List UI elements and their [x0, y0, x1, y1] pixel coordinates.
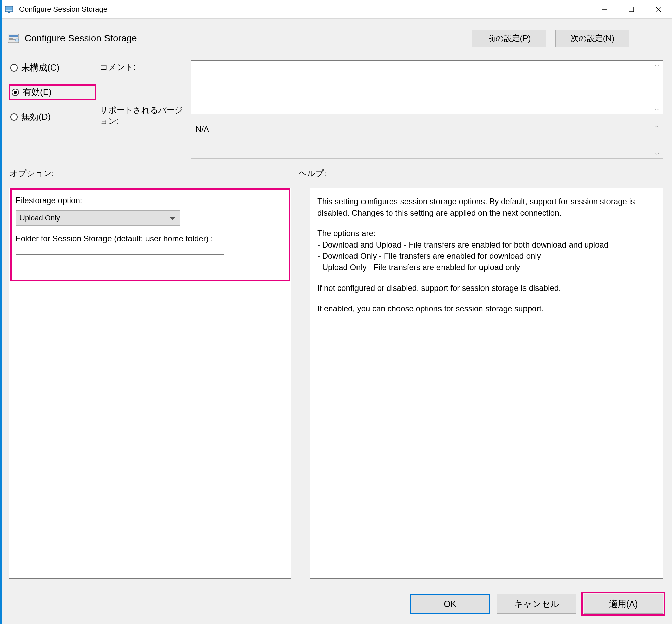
radio-enabled[interactable]: 有効(E): [9, 84, 96, 100]
filestorage-label: Filestorage option:: [16, 195, 284, 206]
textarea-scroll-icons: ︿ ﹀: [652, 62, 661, 112]
radio-icon: [12, 89, 19, 96]
svg-rect-1: [6, 7, 12, 10]
minimize-button[interactable]: [591, 0, 618, 19]
filestorage-select[interactable]: Upload Only: [16, 210, 180, 226]
help-text: - Download Only - File transfers are ena…: [317, 250, 656, 262]
supported-value: N/A: [196, 125, 209, 134]
options-highlight: Filestorage option: Upload Only Folder f…: [10, 188, 290, 281]
radio-icon: [10, 64, 18, 72]
prev-setting-button[interactable]: 前の設定(P): [472, 30, 546, 47]
radio-icon: [10, 113, 18, 121]
comment-label: コメント:: [100, 62, 187, 73]
header-row: Configure Session Storage 前の設定(P) 次の設定(N…: [9, 30, 663, 47]
folder-label: Folder for Session Storage (default: use…: [16, 233, 284, 244]
state-radio-group: 未構成(C) 有効(E) 無効(D): [9, 60, 96, 158]
window-controls: [591, 0, 672, 19]
svg-point-12: [16, 38, 19, 42]
svg-rect-10: [9, 37, 13, 38]
svg-rect-2: [8, 12, 10, 13]
options-label: オプション:: [10, 168, 299, 179]
svg-rect-11: [9, 39, 15, 40]
chevron-down-icon: ﹀: [652, 152, 661, 157]
help-text: The options are:: [317, 228, 656, 239]
comment-textarea[interactable]: ︿ ﹀: [191, 60, 663, 114]
apply-button[interactable]: 適用(A): [583, 594, 663, 614]
svg-rect-9: [9, 35, 18, 36]
maximize-button[interactable]: [618, 0, 645, 19]
radio-not-configured[interactable]: 未構成(C): [9, 61, 96, 74]
chevron-up-icon: ︿: [652, 123, 661, 128]
help-text: If not configured or disabled, support f…: [317, 282, 656, 294]
help-label: ヘルプ:: [299, 168, 663, 179]
nav-buttons: 前の設定(P) 次の設定(N): [472, 30, 629, 47]
section-labels: オプション: ヘルプ:: [9, 168, 663, 179]
page-title: Configure Session Storage: [25, 33, 137, 44]
dialog-footer: OK キャンセル 適用(A): [0, 586, 672, 624]
ok-button[interactable]: OK: [410, 594, 490, 614]
radio-label: 未構成(C): [21, 62, 59, 74]
window-active-edge: [0, 0, 2, 624]
chevron-up-icon: ︿: [652, 62, 661, 67]
folder-input[interactable]: [16, 254, 224, 270]
svg-rect-5: [629, 7, 634, 12]
app-icon: [5, 5, 15, 14]
radio-label: 有効(E): [23, 86, 52, 98]
help-text: - Download and Upload - File transfers a…: [317, 239, 656, 251]
supported-label: サポートされるバージョン:: [100, 105, 187, 126]
help-text: - Upload Only - File transfers are enabl…: [317, 262, 656, 273]
box-scroll-icons: ︿ ﹀: [652, 123, 661, 157]
field-values: ︿ ﹀ N/A ︿ ﹀: [191, 60, 663, 158]
help-text: If enabled, you can choose options for s…: [317, 303, 656, 314]
field-labels: コメント: サポートされるバージョン:: [100, 60, 187, 158]
svg-rect-3: [7, 13, 11, 14]
supported-on-box: N/A ︿ ﹀: [191, 122, 663, 158]
dialog-content: Configure Session Storage 前の設定(P) 次の設定(N…: [0, 19, 672, 586]
upper-grid: 未構成(C) 有効(E) 無効(D) コメント: サポートされるバージョン:: [9, 60, 663, 158]
panels: Filestorage option: Upload Only Folder f…: [9, 188, 663, 579]
help-panel: This setting configures session storage …: [310, 188, 663, 579]
title-bar: Configure Session Storage: [0, 0, 672, 19]
cancel-button[interactable]: キャンセル: [497, 594, 576, 614]
options-panel: Filestorage option: Upload Only Folder f…: [9, 188, 291, 579]
dialog-window: Configure Session Storage: [0, 0, 672, 624]
radio-disabled[interactable]: 無効(D): [9, 110, 96, 123]
help-text: This setting configures session storage …: [317, 196, 656, 218]
policy-icon: [8, 33, 20, 44]
next-setting-button[interactable]: 次の設定(N): [555, 30, 629, 47]
close-button[interactable]: [645, 0, 672, 19]
chevron-down-icon: ﹀: [652, 108, 661, 112]
radio-label: 無効(D): [21, 111, 51, 123]
window-title: Configure Session Storage: [19, 5, 107, 14]
